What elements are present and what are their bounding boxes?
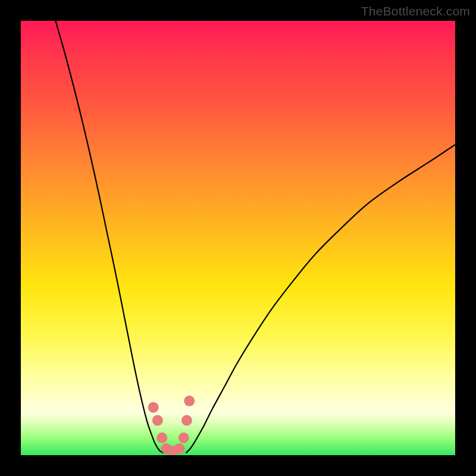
valley-marker [174, 443, 184, 454]
watermark-text: TheBottleneck.com [361, 4, 470, 18]
valley-markers [148, 396, 195, 455]
plot-area [21, 21, 455, 455]
right-curve [186, 145, 455, 453]
valley-marker [181, 415, 192, 426]
valley-marker [152, 415, 163, 426]
chart-svg [21, 21, 455, 455]
left-curve [55, 21, 164, 453]
valley-marker [184, 396, 195, 406]
valley-marker [148, 402, 159, 413]
valley-marker [178, 433, 189, 443]
valley-marker [156, 433, 167, 443]
chart-frame: TheBottleneck.com [0, 0, 476, 476]
